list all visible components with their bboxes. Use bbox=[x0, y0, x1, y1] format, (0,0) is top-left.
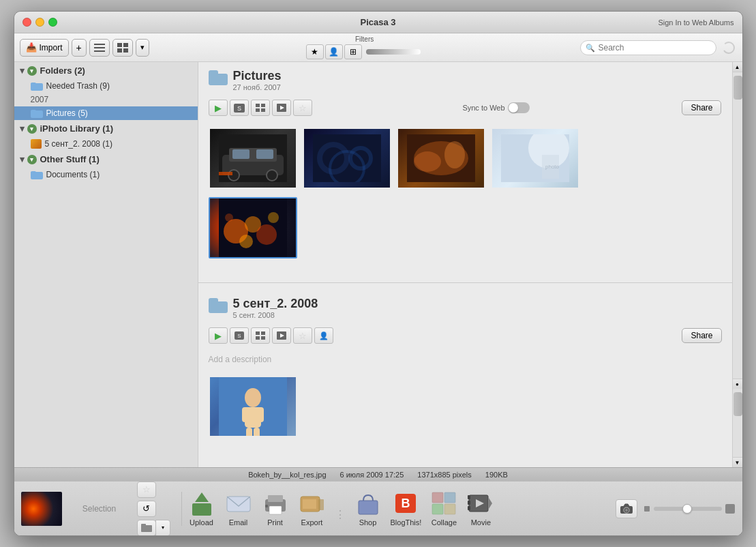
album-sept-section: 5 сент_2. 2008 5 сент. 2008 ▶ S bbox=[198, 290, 732, 454]
share-button[interactable]: Share bbox=[682, 100, 721, 115]
sidebar-item-documents[interactable]: Documents (1) bbox=[14, 168, 198, 181]
content-scroll[interactable]: Pictures 27 нояб. 2007 ▶ S bbox=[198, 62, 732, 467]
thumbnail-light[interactable]: photo bbox=[491, 128, 579, 189]
scroll-middle-button[interactable]: ● bbox=[733, 379, 742, 389]
sidebar-folders-header[interactable]: ▾ ▾ Folders (2) bbox=[14, 62, 198, 79]
thumbnail-bokeh[interactable] bbox=[209, 197, 297, 258]
car-svg bbox=[219, 134, 287, 182]
other-arrow-icon: ▾ bbox=[20, 154, 25, 164]
album-title-info: Pictures 27 нояб. 2007 bbox=[233, 69, 282, 91]
folder-icon-3 bbox=[31, 170, 43, 179]
shop-icon bbox=[354, 490, 382, 516]
share-button-2[interactable]: Share bbox=[682, 328, 721, 343]
album2-star-btn[interactable]: ☆ bbox=[293, 327, 312, 344]
album-pictures-header: Pictures 27 нояб. 2007 bbox=[209, 69, 722, 91]
thumbnail-child[interactable] bbox=[209, 376, 297, 437]
print-tool[interactable]: Print bbox=[261, 490, 290, 527]
album2-movie-btn[interactable] bbox=[272, 327, 291, 344]
grid-filter-button[interactable]: ⊞ bbox=[344, 44, 362, 59]
thumb-img-dark bbox=[304, 129, 390, 188]
sidebar-item-pictures[interactable]: Pictures (5) bbox=[14, 106, 198, 120]
add-button[interactable]: + bbox=[72, 39, 87, 57]
scroll-up-button[interactable]: ▲ bbox=[733, 62, 742, 72]
scroll-track bbox=[733, 72, 742, 379]
svg-rect-71 bbox=[359, 501, 378, 514]
size-slider-thumb[interactable] bbox=[682, 504, 692, 514]
import-label: Import bbox=[40, 43, 63, 53]
scroll-thumb-2[interactable] bbox=[734, 392, 742, 416]
close-button[interactable] bbox=[22, 18, 31, 27]
album-movie-btn[interactable] bbox=[272, 100, 291, 116]
svg-rect-13 bbox=[261, 108, 265, 112]
iphoto-arrow-icon: ▾ bbox=[20, 123, 25, 134]
search-input[interactable] bbox=[580, 40, 716, 55]
scroll-down-button[interactable]: ▼ bbox=[733, 457, 742, 467]
movie-tool[interactable]: Movie bbox=[466, 490, 495, 527]
sign-in-link[interactable]: Sign In to Web Albums bbox=[658, 18, 734, 27]
scroll-track-2 bbox=[733, 389, 742, 457]
svg-rect-77 bbox=[444, 504, 455, 514]
search-icon: 🔍 bbox=[586, 43, 595, 52]
action-folder-button[interactable] bbox=[137, 520, 156, 536]
svg-marker-62 bbox=[195, 492, 209, 502]
filter-slider[interactable] bbox=[366, 49, 421, 55]
thumbnail-warm[interactable] bbox=[397, 128, 485, 189]
export-tool[interactable]: Export bbox=[298, 490, 327, 527]
action-rotate-button[interactable]: ↺ bbox=[137, 501, 156, 517]
album-star-btn[interactable]: ☆ bbox=[293, 100, 312, 116]
album2-person-btn[interactable]: 👤 bbox=[314, 327, 333, 344]
album-collage-btn[interactable] bbox=[251, 100, 270, 116]
folders-label: Folders (2) bbox=[40, 65, 85, 76]
camera-button[interactable] bbox=[616, 499, 637, 518]
album2-share-btn[interactable]: S bbox=[230, 327, 249, 344]
dropdown-button[interactable]: ▾ bbox=[136, 39, 149, 57]
description-field[interactable]: Add a description bbox=[209, 352, 722, 367]
upload-label: Upload bbox=[190, 518, 213, 527]
print-label: Print bbox=[267, 518, 283, 527]
thumbnail-car[interactable] bbox=[209, 128, 297, 189]
share2-icon: S bbox=[235, 331, 244, 340]
shop-tool[interactable]: Shop bbox=[354, 490, 382, 527]
email-tool[interactable]: Email bbox=[224, 490, 253, 527]
star-filter-button[interactable]: ★ bbox=[306, 44, 324, 59]
scroll-thumb[interactable] bbox=[734, 76, 742, 100]
collage-icon-bottom bbox=[429, 490, 458, 516]
grid-view-button[interactable] bbox=[112, 39, 133, 57]
svg-text:S: S bbox=[237, 105, 241, 112]
svg-point-42 bbox=[225, 213, 233, 222]
collage-tool[interactable]: Collage bbox=[429, 490, 458, 527]
blog-tool[interactable]: B BlogThis! bbox=[391, 490, 422, 527]
sidebar-item-needed-trash[interactable]: Needed Trash (9) bbox=[14, 79, 198, 93]
svg-rect-19 bbox=[232, 149, 250, 159]
status-filename: Bokeh_by__kol_res.jpg bbox=[248, 471, 326, 479]
iphoto-badge: ▾ bbox=[27, 124, 37, 134]
svg-rect-48 bbox=[261, 336, 265, 340]
minimize-button[interactable] bbox=[35, 18, 44, 27]
import-button[interactable]: 📥 Import bbox=[20, 39, 69, 57]
album-share-icon-btn[interactable]: S bbox=[230, 100, 249, 116]
person-filter-button[interactable]: 👤 bbox=[325, 44, 343, 59]
action-star-button[interactable]: ☆ bbox=[137, 482, 156, 498]
sync-label: Sync to Web bbox=[462, 104, 504, 112]
album2-play-button[interactable]: ▶ bbox=[209, 327, 228, 344]
list-view-button[interactable] bbox=[89, 39, 110, 57]
album2-collage-btn[interactable] bbox=[251, 327, 270, 344]
sidebar-other-header[interactable]: ▾ ▾ Other Stuff (1) bbox=[14, 151, 198, 168]
import-icon: 📥 bbox=[26, 42, 37, 53]
bokeh-svg bbox=[219, 197, 287, 258]
thumbnail-dark-blue[interactable] bbox=[303, 128, 391, 189]
thumb-img-light: photo bbox=[492, 129, 578, 188]
sync-toggle-switch[interactable] bbox=[508, 102, 530, 113]
thumb-img-warm bbox=[398, 129, 484, 188]
folder-icon-2 bbox=[31, 108, 43, 118]
upload-tool[interactable]: Upload bbox=[187, 490, 216, 527]
size-slider[interactable] bbox=[654, 507, 722, 511]
action-dropdown-button[interactable]: ▾ bbox=[155, 520, 170, 536]
svg-rect-82 bbox=[468, 506, 470, 510]
sidebar-item-iphoto[interactable]: 5 сент_2. 2008 (1) bbox=[14, 137, 198, 151]
svg-rect-81 bbox=[468, 501, 470, 505]
album-play-button[interactable]: ▶ bbox=[209, 100, 228, 116]
maximize-button[interactable] bbox=[48, 18, 57, 27]
size-small-icon bbox=[643, 505, 651, 513]
sidebar-iphoto-header[interactable]: ▾ ▾ iPhoto Library (1) bbox=[14, 120, 198, 137]
